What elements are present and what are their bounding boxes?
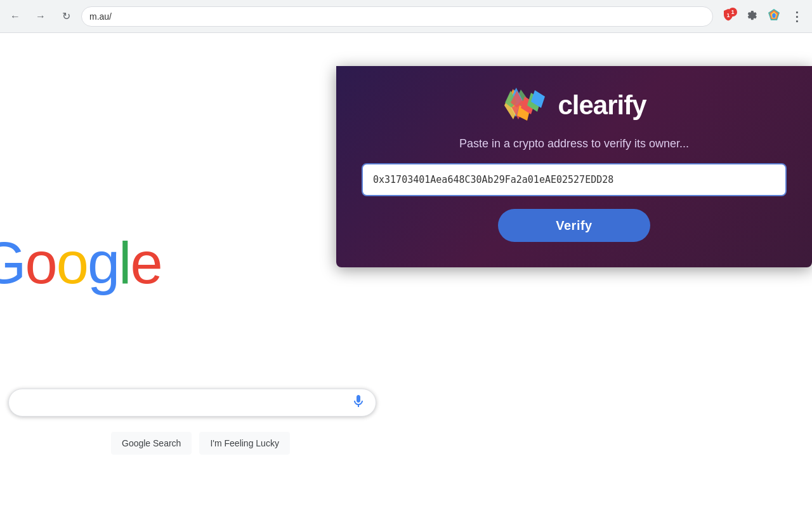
clearify-checkmark-icon [514,88,547,123]
settings-button[interactable] [741,6,761,27]
logo-o1: o [25,231,56,295]
microphone-icon[interactable] [351,394,366,411]
address-bar[interactable] [81,6,713,27]
toolbar-icons: 1 1 ⋮ [718,6,807,27]
google-logo: Google [0,230,162,297]
browser-toolbar: ← → ↻ 1 1 [0,0,812,33]
search-bar-container [8,389,528,417]
clearify-extension-button[interactable] [764,6,784,27]
back-button[interactable]: ← [5,6,25,27]
logo-g: G [0,231,25,295]
page-content: Google Google Search I'm Feeling Lucky [0,33,812,508]
forward-button[interactable]: → [30,6,51,27]
extension-badge: 1 [728,8,737,17]
logo-l: l [119,231,130,295]
clearify-icon [767,8,781,25]
search-input[interactable] [8,389,376,417]
clearify-tagline: Paste in a crypto address to verify its … [459,137,689,150]
crypto-address-input[interactable] [362,163,787,196]
clearify-popup: clearify Paste in a crypto address to ve… [336,66,812,267]
clearify-header: clearify [502,86,646,124]
clearify-brand-name: clearify [558,90,646,121]
more-menu-button[interactable]: ⋮ [787,6,807,27]
search-buttons-container: Google Search I'm Feeling Lucky [111,432,290,455]
logo-g2: g [88,231,119,295]
refresh-button[interactable]: ↻ [56,6,76,27]
extension-shield-button[interactable]: 1 1 [718,6,738,27]
feeling-lucky-button[interactable]: I'm Feeling Lucky [199,432,290,455]
verify-button[interactable]: Verify [498,209,650,242]
search-box-wrapper [8,389,376,417]
logo-o2: o [56,231,88,295]
google-search-button[interactable]: Google Search [111,432,192,455]
more-menu-icon: ⋮ [790,9,803,24]
logo-e: e [131,231,162,295]
gear-icon [745,8,757,24]
